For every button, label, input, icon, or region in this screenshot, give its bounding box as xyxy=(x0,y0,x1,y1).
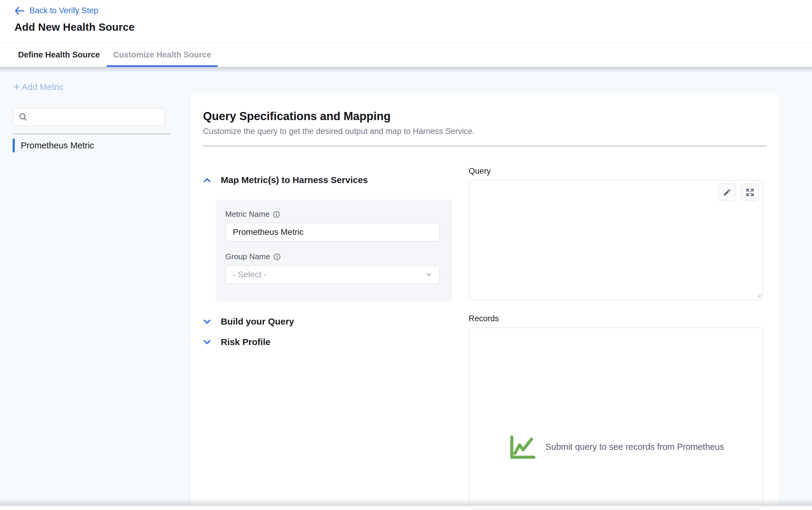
page-header: Back to Verify Step Add New Health Sourc… xyxy=(0,0,812,43)
fullscreen-arrows-icon xyxy=(746,188,754,197)
metrics-sidebar: + Add Metric Prometheus Metric xyxy=(0,67,190,506)
add-metric-button[interactable]: + Add Metric xyxy=(13,82,63,92)
tab-label: Customize Health Source xyxy=(113,50,211,60)
add-metric-label: Add Metric xyxy=(22,82,63,92)
group-name-select[interactable]: - Select - xyxy=(225,265,440,284)
map-metric-form: Metric Name Group Name - Select - xyxy=(216,200,453,301)
panel-header: Query Specifications and Mapping Customi… xyxy=(190,95,780,146)
back-link[interactable]: Back to Verify Step xyxy=(14,6,98,16)
select-placeholder: - Select - xyxy=(233,270,266,279)
section-title: Map Metric(s) to Harness Services xyxy=(221,175,368,185)
section-title: Build your Query xyxy=(221,317,294,327)
metric-name-label: Metric Name xyxy=(225,210,443,219)
chevron-down-icon xyxy=(202,337,212,347)
health-source-tabs: Define Health Source Customize Health So… xyxy=(0,43,812,67)
records-label: Records xyxy=(469,314,499,323)
search-icon xyxy=(18,112,28,122)
plus-icon: + xyxy=(13,81,20,92)
group-name-label: Group Name xyxy=(225,252,443,261)
section-build-query[interactable]: Build your Query xyxy=(202,317,294,327)
sidebar-divider xyxy=(13,134,171,134)
chevron-up-icon xyxy=(202,176,212,185)
tab-label: Define Health Source xyxy=(18,50,100,60)
tab-customize-health-source[interactable]: Customize Health Source xyxy=(107,43,218,67)
info-icon[interactable] xyxy=(273,253,281,261)
metric-name-label-text: Metric Name xyxy=(225,210,269,219)
metric-list-item-prometheus[interactable]: Prometheus Metric xyxy=(13,138,169,153)
query-label: Query xyxy=(469,167,491,176)
expand-query-button[interactable] xyxy=(741,183,759,201)
query-editor xyxy=(469,180,763,300)
records-panel: Submit query to see records from Prometh… xyxy=(469,328,763,508)
content-area: + Add Metric Prometheus Metric Query Spe… xyxy=(0,67,812,506)
tab-define-health-source[interactable]: Define Health Source xyxy=(11,43,107,67)
chevron-down-icon xyxy=(202,317,212,326)
panel-subtitle: Customize the query to get the desired o… xyxy=(203,127,767,136)
panel-title: Query Specifications and Mapping xyxy=(203,110,767,123)
chevron-down-icon xyxy=(425,271,433,278)
section-map-metrics[interactable]: Map Metric(s) to Harness Services xyxy=(202,175,368,185)
panel-divider xyxy=(203,146,767,146)
query-actions xyxy=(718,183,759,201)
back-link-label: Back to Verify Step xyxy=(30,6,98,16)
query-specifications-panel: Query Specifications and Mapping Customi… xyxy=(190,95,780,506)
metric-search-box xyxy=(13,108,165,126)
info-icon[interactable] xyxy=(273,211,280,218)
arrow-left-icon xyxy=(14,7,25,15)
group-name-label-text: Group Name xyxy=(225,252,270,261)
line-chart-icon xyxy=(508,432,537,461)
records-empty-message: Submit query to see records from Prometh… xyxy=(546,442,724,452)
metric-name-input[interactable] xyxy=(225,223,440,241)
section-title: Risk Profile xyxy=(221,337,270,347)
records-empty-state: Submit query to see records from Prometh… xyxy=(469,432,763,461)
edit-query-button[interactable] xyxy=(718,183,736,201)
page-title: Add New Health Source xyxy=(14,21,812,33)
pencil-icon xyxy=(723,188,731,197)
resize-handle-icon[interactable] xyxy=(755,292,761,298)
section-risk-profile[interactable]: Risk Profile xyxy=(202,337,270,347)
metric-item-label: Prometheus Metric xyxy=(21,141,94,151)
metric-search-input[interactable] xyxy=(32,112,159,122)
selected-indicator-bar xyxy=(13,139,15,152)
